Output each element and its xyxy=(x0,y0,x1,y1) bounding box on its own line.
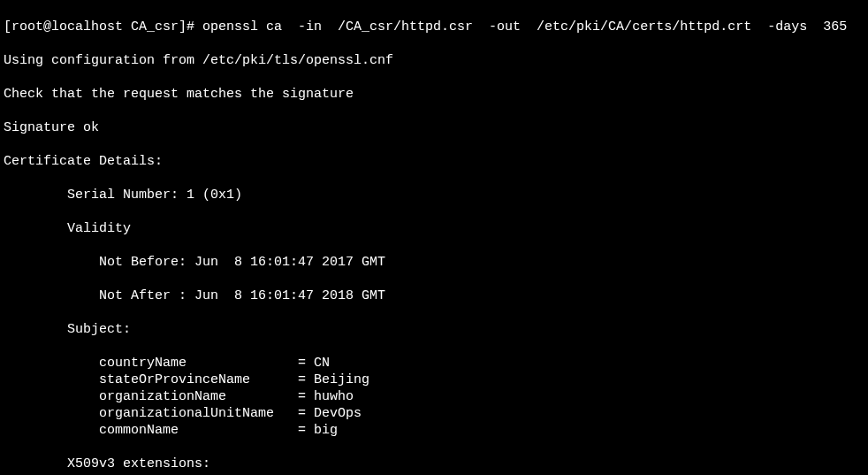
serial-label: Serial Number: xyxy=(67,188,187,203)
output-check: Check that the request matches the signa… xyxy=(4,86,864,103)
not-after-label: Not After : xyxy=(99,288,194,303)
shell-prompt: [root@localhost CA_csr]# xyxy=(4,19,202,34)
serial-value: 1 (0x1) xyxy=(187,188,242,203)
output-sig-ok: Signature ok xyxy=(4,119,864,136)
not-before-value: Jun 8 16:01:47 2017 GMT xyxy=(194,255,385,270)
not-after-value: Jun 8 16:01:47 2018 GMT xyxy=(194,288,385,303)
terminal[interactable]: [root@localhost CA_csr]# openssl ca -in … xyxy=(0,0,868,475)
not-before-label: Not Before: xyxy=(99,255,194,270)
serial-line: Serial Number: 1 (0x1) xyxy=(4,187,864,203)
subject-header: Subject: xyxy=(4,321,864,338)
not-before-line: Not Before: Jun 8 16:01:47 2017 GMT xyxy=(4,254,864,271)
subject-row: organizationalUnitName = DevOps xyxy=(4,405,864,422)
command-line: [root@localhost CA_csr]# openssl ca -in … xyxy=(4,19,864,35)
command-text: openssl ca -in /CA_csr/httpd.csr -out /e… xyxy=(202,19,847,34)
not-after-line: Not After : Jun 8 16:01:47 2018 GMT xyxy=(4,287,864,304)
subject-row: organizationName = huwho xyxy=(4,388,864,405)
subject-row: commonName = big xyxy=(4,422,864,439)
extensions-header: X509v3 extensions: xyxy=(4,456,864,472)
output-config: Using configuration from /etc/pki/tls/op… xyxy=(4,52,864,69)
validity-header: Validity xyxy=(4,220,864,237)
subject-row: stateOrProvinceName = Beijing xyxy=(4,372,864,388)
cert-details-header: Certificate Details: xyxy=(4,153,864,170)
subject-row: countryName = CN xyxy=(4,355,864,372)
